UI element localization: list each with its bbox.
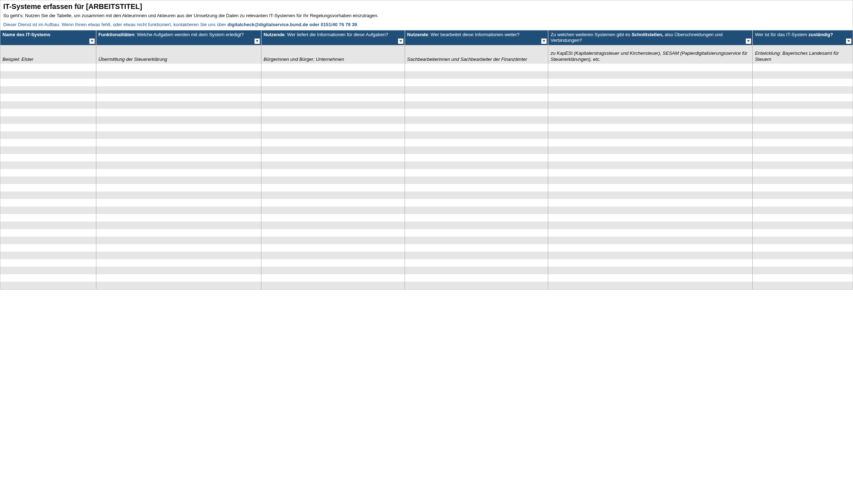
table-cell[interactable] bbox=[753, 252, 853, 259]
table-cell[interactable] bbox=[0, 116, 96, 124]
table-cell[interactable] bbox=[96, 252, 261, 259]
filter-button-users-supply[interactable] bbox=[398, 38, 404, 44]
table-cell[interactable] bbox=[405, 176, 548, 184]
table-cell[interactable] bbox=[548, 139, 753, 146]
table-cell[interactable] bbox=[405, 184, 548, 192]
table-cell[interactable] bbox=[96, 199, 261, 207]
table-cell[interactable] bbox=[405, 259, 548, 267]
table-cell[interactable] bbox=[753, 222, 853, 229]
table-cell[interactable] bbox=[96, 86, 261, 94]
table-cell[interactable] bbox=[0, 184, 96, 192]
table-cell[interactable] bbox=[261, 237, 405, 244]
table-cell[interactable] bbox=[753, 109, 853, 116]
table-cell[interactable] bbox=[0, 229, 96, 237]
table-cell[interactable] bbox=[548, 109, 753, 116]
table-cell[interactable] bbox=[96, 116, 261, 124]
table-cell[interactable] bbox=[261, 176, 405, 184]
table-cell[interactable] bbox=[96, 146, 261, 154]
table-cell[interactable] bbox=[0, 101, 96, 109]
table-cell[interactable] bbox=[753, 237, 853, 244]
table-cell[interactable] bbox=[753, 64, 853, 71]
table-cell[interactable] bbox=[753, 94, 853, 101]
table-cell[interactable] bbox=[261, 146, 405, 154]
example-cell-functions[interactable]: Übermittlung der Steuererklärung bbox=[96, 45, 261, 64]
table-cell[interactable] bbox=[96, 244, 261, 252]
table-cell[interactable] bbox=[405, 131, 548, 139]
table-cell[interactable] bbox=[96, 71, 261, 79]
table-cell[interactable] bbox=[261, 154, 405, 161]
table-cell[interactable] bbox=[0, 139, 96, 146]
table-cell[interactable] bbox=[96, 274, 261, 282]
table-cell[interactable] bbox=[753, 79, 853, 86]
table-cell[interactable] bbox=[261, 161, 405, 169]
table-cell[interactable] bbox=[0, 146, 96, 154]
table-cell[interactable] bbox=[0, 244, 96, 252]
table-cell[interactable] bbox=[405, 267, 548, 274]
table-cell[interactable] bbox=[548, 244, 753, 252]
table-cell[interactable] bbox=[405, 116, 548, 124]
table-cell[interactable] bbox=[753, 146, 853, 154]
table-cell[interactable] bbox=[96, 64, 261, 71]
table-cell[interactable] bbox=[753, 176, 853, 184]
table-cell[interactable] bbox=[548, 267, 753, 274]
table-cell[interactable] bbox=[548, 259, 753, 267]
table-cell[interactable] bbox=[405, 237, 548, 244]
table-cell[interactable] bbox=[548, 282, 753, 289]
table-cell[interactable] bbox=[261, 214, 405, 222]
table-cell[interactable] bbox=[261, 86, 405, 94]
table-cell[interactable] bbox=[548, 86, 753, 94]
table-cell[interactable] bbox=[261, 267, 405, 274]
table-cell[interactable] bbox=[261, 71, 405, 79]
table-cell[interactable] bbox=[0, 199, 96, 207]
table-cell[interactable] bbox=[261, 259, 405, 267]
table-cell[interactable] bbox=[96, 192, 261, 199]
table-cell[interactable] bbox=[0, 169, 96, 176]
table-cell[interactable] bbox=[261, 139, 405, 146]
table-cell[interactable] bbox=[96, 267, 261, 274]
table-cell[interactable] bbox=[405, 101, 548, 109]
table-cell[interactable] bbox=[405, 79, 548, 86]
table-cell[interactable] bbox=[0, 131, 96, 139]
table-cell[interactable] bbox=[0, 109, 96, 116]
table-cell[interactable] bbox=[548, 169, 753, 176]
table-cell[interactable] bbox=[0, 176, 96, 184]
table-cell[interactable] bbox=[548, 184, 753, 192]
table-cell[interactable] bbox=[548, 116, 753, 124]
table-cell[interactable] bbox=[96, 154, 261, 161]
table-cell[interactable] bbox=[548, 124, 753, 131]
table-cell[interactable] bbox=[261, 116, 405, 124]
table-cell[interactable] bbox=[96, 176, 261, 184]
table-cell[interactable] bbox=[261, 169, 405, 176]
table-cell[interactable] bbox=[261, 199, 405, 207]
table-cell[interactable] bbox=[405, 199, 548, 207]
example-cell-interfaces[interactable]: zu KapESt (Kapitalerstragssteuer und Kir… bbox=[548, 45, 753, 64]
table-cell[interactable] bbox=[96, 259, 261, 267]
table-cell[interactable] bbox=[548, 154, 753, 161]
table-cell[interactable] bbox=[548, 229, 753, 237]
table-cell[interactable] bbox=[753, 161, 853, 169]
table-cell[interactable] bbox=[96, 109, 261, 116]
table-cell[interactable] bbox=[261, 109, 405, 116]
table-cell[interactable] bbox=[0, 214, 96, 222]
table-cell[interactable] bbox=[261, 101, 405, 109]
table-cell[interactable] bbox=[405, 222, 548, 229]
table-cell[interactable] bbox=[261, 229, 405, 237]
table-cell[interactable] bbox=[548, 71, 753, 79]
table-cell[interactable] bbox=[405, 109, 548, 116]
table-cell[interactable] bbox=[753, 267, 853, 274]
table-cell[interactable] bbox=[548, 101, 753, 109]
table-cell[interactable] bbox=[261, 252, 405, 259]
table-cell[interactable] bbox=[261, 124, 405, 131]
table-cell[interactable] bbox=[753, 86, 853, 94]
table-cell[interactable] bbox=[0, 267, 96, 274]
table-cell[interactable] bbox=[0, 124, 96, 131]
table-cell[interactable] bbox=[96, 101, 261, 109]
table-cell[interactable] bbox=[261, 79, 405, 86]
table-cell[interactable] bbox=[96, 139, 261, 146]
table-cell[interactable] bbox=[753, 131, 853, 139]
table-cell[interactable] bbox=[753, 259, 853, 267]
table-cell[interactable] bbox=[405, 229, 548, 237]
table-cell[interactable] bbox=[548, 237, 753, 244]
table-cell[interactable] bbox=[405, 192, 548, 199]
table-cell[interactable] bbox=[548, 222, 753, 229]
